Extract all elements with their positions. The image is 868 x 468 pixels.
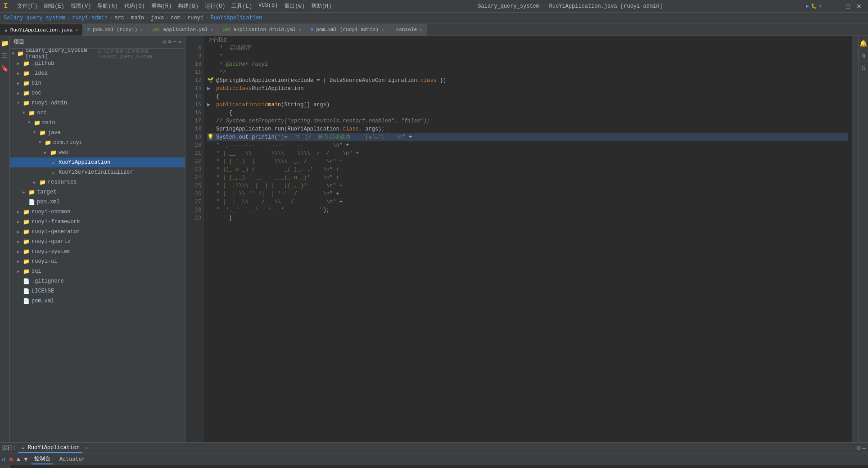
editor-tab-0[interactable]: ☕RuoYiApplication.java✕ [0, 24, 83, 36]
project-expand-icon[interactable]: ≡ [168, 39, 171, 45]
tree-item-idea[interactable]: ▶📁.idea [10, 68, 185, 78]
tree-item-github[interactable]: ▶📁.github [10, 58, 185, 68]
debug-icon[interactable]: 🐛 [811, 3, 817, 9]
maximize-button[interactable]: □ [844, 2, 853, 11]
run-up-icon[interactable]: ▲ [17, 456, 20, 463]
tab-close-0[interactable]: ✕ [75, 27, 78, 33]
console-tab[interactable]: 控制台 [32, 454, 53, 464]
menu-item-r[interactable]: 重构(R) [149, 1, 175, 11]
tree-item-pom-root[interactable]: 📄pom.xml [10, 296, 185, 306]
tree-item-gitignore[interactable]: 📄.gitignore [10, 276, 185, 286]
tab-icon-2: yml [152, 27, 160, 32]
run-header: 运行: ☕ RuoYiApplication ✕ ⚙ — [0, 443, 868, 454]
tree-label: sql [32, 268, 41, 274]
menu-item-w[interactable]: 窗口(W) [281, 1, 307, 11]
tree-item-pom-admin[interactable]: 📄pom.xml [10, 197, 185, 207]
menu-item-u[interactable]: 运行(U) [202, 1, 228, 11]
menu-item-o[interactable]: 代码(O) [122, 1, 148, 11]
tab-icon-1: m [87, 27, 90, 32]
project-collapse-icon[interactable]: — [173, 39, 176, 45]
breadcrumb-class[interactable]: RuoYiApplication [210, 15, 262, 21]
tree-item-ruoyi-common[interactable]: ▶📁ruoyi-common [10, 207, 185, 217]
editor-tab-4[interactable]: mpom.xml (ruoyi-admin)✕ [306, 24, 389, 36]
tab-close-1[interactable]: ✕ [140, 27, 143, 32]
tree-item-ruoyi-framework[interactable]: ▶📁ruoyi-framework [10, 217, 185, 227]
code-line-14: { [207, 93, 848, 101]
editor-tab-5[interactable]: console✕ [389, 24, 427, 36]
tree-item-bin[interactable]: ▶📁bin [10, 78, 185, 88]
gradle-icon[interactable]: G [858, 63, 868, 74]
tree-label: .gitignore [32, 278, 64, 284]
breadcrumb-java[interactable]: java [151, 15, 164, 21]
breadcrumb-module[interactable]: ruoyi-admin [72, 15, 108, 21]
notifications-icon[interactable]: 🔔 [858, 38, 868, 49]
menu-item-f[interactable]: 文件(F) [14, 1, 41, 11]
editor-tab-2[interactable]: ymlapplication.yml✕ [148, 24, 218, 36]
editor-tab-1[interactable]: mpom.xml (ruoyi)✕ [83, 24, 148, 36]
tree-label: ruoyi-system [32, 248, 70, 255]
menu-item-e[interactable]: 编辑(E) [41, 1, 67, 11]
tree-item-sql[interactable]: ▶📁sql [10, 266, 185, 276]
tree-item-resources[interactable]: ▶📁resources [10, 177, 185, 187]
tree-item-ruoyi-system[interactable]: ▶📁ruoyi-system [10, 247, 185, 256]
tree-label: .github [32, 60, 54, 67]
breadcrumb-com[interactable]: com [171, 15, 181, 21]
minimize-button[interactable]: — [831, 2, 843, 11]
menu-item-n[interactable]: 导航(N) [95, 1, 121, 11]
tree-label: com.ruoyi [53, 140, 82, 146]
tree-item-ruoyi-admin[interactable]: ▼📁ruoyi-admin [10, 98, 185, 108]
menu-item-b[interactable]: 构建(B) [175, 1, 201, 11]
tree-item-ruoyi-quartz[interactable]: ▶📁ruoyi-quartz [10, 237, 185, 247]
bottom-content-area: ▲ ▼ 🔍 ↩ 🗑 📌 ⚙ 16:22:03.472 [restartedMai… [0, 465, 868, 468]
menu-item-v[interactable]: 视图(V) [68, 1, 94, 11]
tree-item-main[interactable]: ▼📁main [10, 118, 185, 128]
tree-item-doc[interactable]: ▶📁doc [10, 88, 185, 98]
bookmark-icon[interactable]: 🔖 [0, 63, 10, 74]
tree-item-RuoYiApplication[interactable]: ☕RuoYiApplication [10, 158, 185, 167]
structure-icon[interactable]: ☰ [0, 50, 10, 61]
tree-item-ruoyi-generator[interactable]: ▶📁ruoyi-generator [10, 227, 185, 237]
tab-close-5[interactable]: ✕ [420, 27, 422, 32]
tree-item-target[interactable]: ▶📁target [10, 187, 185, 197]
code-line-25: " | |\\\\ | | | |(_,_)' \n" + [207, 182, 848, 190]
tree-item-ruoyi-ui[interactable]: ▶📁ruoyi-ui [10, 256, 185, 266]
run-restart-icon[interactable]: ↺ [2, 455, 5, 463]
run-icon[interactable]: ▶ [806, 3, 809, 9]
run-header-left: 运行: ☕ RuoYiApplication ✕ [2, 443, 88, 453]
tab-close-2[interactable]: ✕ [210, 27, 213, 32]
close-button[interactable]: ✕ [854, 2, 864, 11]
project-icon[interactable]: 📁 [0, 38, 10, 49]
maven-icon[interactable]: m [858, 50, 868, 61]
tree-item-LICENSE[interactable]: 📄LICENSE [10, 286, 185, 296]
menu-item-l[interactable]: 工具(L) [229, 1, 255, 11]
tree-item-RuoYiServletInitializer[interactable]: ☕RuoYiServletInitializer [10, 167, 185, 177]
run-tab-close[interactable]: ✕ [85, 446, 88, 451]
profile-icon[interactable]: ⚡ [819, 3, 822, 9]
actuator-tab[interactable]: Actuator [57, 455, 88, 464]
breadcrumb-ruoyi[interactable]: ruoyi [187, 15, 203, 21]
breadcrumb-main[interactable]: main [131, 15, 144, 21]
tree-item-java[interactable]: ▼📁java [10, 128, 185, 138]
tree-root[interactable]: ▼📁Salary_query_system [ruoyi] G:\工作项目\工资… [10, 49, 185, 58]
run-stop-icon[interactable]: ■ [9, 456, 13, 463]
tree-label: LICENSE [32, 288, 54, 294]
run-down-icon[interactable]: ▼ [24, 456, 27, 463]
project-settings-icon[interactable]: ⚙ [163, 39, 166, 45]
tab-close-4[interactable]: ✕ [381, 27, 384, 32]
minimize-panel-icon[interactable]: — [863, 445, 866, 452]
title-bar-left: I 文件(F)编辑(E)视图(V)导航(N)代码(O)重构(R)构建(B)运行(… [4, 1, 335, 11]
tree-item-src[interactable]: ▼📁src [10, 108, 185, 118]
tree-item-web[interactable]: ▶📁web [10, 148, 185, 158]
code-area[interactable]: 2个用法 * 启动程序 * * @author ruoyi */🌱@Spring… [203, 36, 852, 442]
breadcrumb-src[interactable]: src [114, 15, 124, 21]
breadcrumb-project[interactable]: Salary_query_system [4, 15, 65, 21]
settings-icon[interactable]: ⚙ [857, 444, 860, 452]
run-tab-active[interactable]: ☕ RuoYiApplication [18, 443, 82, 453]
menu-item-vcss[interactable]: VCS(S) [256, 1, 280, 11]
editor-tab-3[interactable]: ymlapplication-druid.yml✕ [218, 24, 306, 36]
menu-item-h[interactable]: 帮助(H) [308, 1, 335, 11]
project-close-icon[interactable]: ✕ [178, 39, 181, 45]
menu-bar: 文件(F)编辑(E)视图(V)导航(N)代码(O)重构(R)构建(B)运行(U)… [14, 1, 335, 11]
tree-item-com.ruoyi[interactable]: ▼📁com.ruoyi [10, 138, 185, 148]
tab-close-3[interactable]: ✕ [298, 27, 301, 32]
